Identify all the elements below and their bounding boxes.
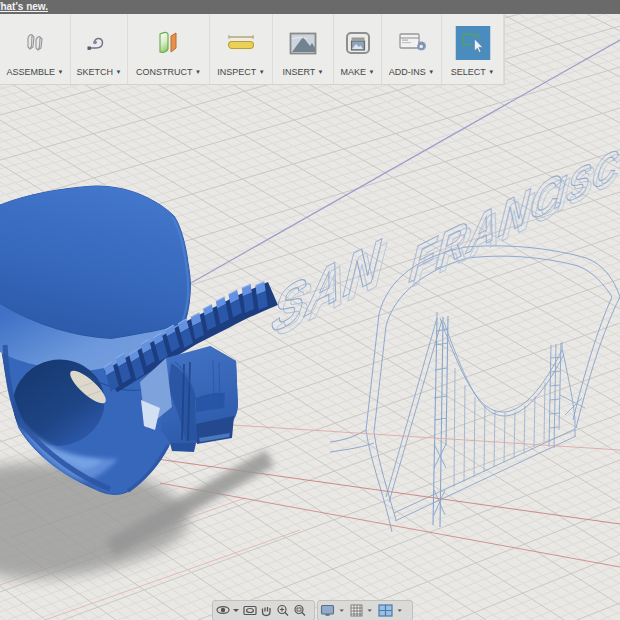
svg-text:SAN: SAN [265, 221, 391, 348]
